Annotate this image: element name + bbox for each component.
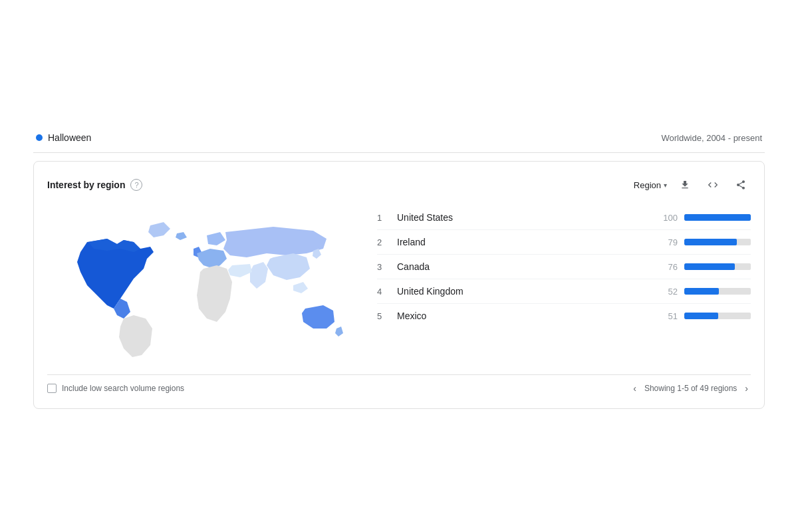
rank-row: 5 Mexico 51 [377,304,751,328]
next-page-button[interactable]: › [742,382,751,395]
africa-shape [197,265,232,322]
rank-number: 1 [377,213,397,223]
rank-bar-fill [684,313,718,319]
card-header-left: Interest by region ? [47,179,142,191]
prev-page-button[interactable]: ‹ [630,382,639,395]
rank-bar-container [684,214,751,221]
download-button[interactable] [675,175,695,195]
card-footer: Include low search volume regions ‹ Show… [47,374,751,395]
pagination: ‹ Showing 1-5 of 49 regions › [630,382,751,395]
card-header: Interest by region ? Region ▾ [47,175,751,195]
rank-bar-container [684,263,751,270]
rank-score: 76 [652,262,678,272]
rank-score: 79 [652,237,678,247]
rank-bar-fill [684,214,751,221]
india-shape [250,262,268,289]
rank-bar-container [684,288,751,295]
china-shape [267,253,310,280]
scandinavia-shape [207,232,225,245]
rank-score: 51 [652,311,678,321]
rank-bar-container [684,239,751,245]
checkbox-text: Include low search volume regions [62,384,184,393]
rank-bar-fill [684,263,735,270]
rank-country-name: United States [397,212,652,223]
rank-number: 4 [377,287,397,297]
rank-row: 4 United Kingdom 52 [377,279,751,304]
greenland-shape [148,222,170,237]
south-america-shape [119,315,152,357]
se-asia-shape [293,282,308,293]
header-scope: Worldwide, 2004 - present [661,133,762,143]
rank-country-name: Ireland [397,237,652,247]
chevron-down-icon: ▾ [664,182,667,189]
pagination-text: Showing 1-5 of 49 regions [644,384,737,393]
new-zealand-shape [335,327,343,336]
rank-bar-container [684,313,751,319]
rankings-list: 1 United States 100 2 Ireland 79 3 Canad… [377,205,751,365]
rank-row: 3 Canada 76 [377,255,751,279]
region-dropdown[interactable]: Region ▾ [634,180,667,190]
rank-score: 52 [652,287,678,297]
header-bar: Halloween Worldwide, 2004 - present [33,123,765,153]
rank-number: 3 [377,262,397,272]
rank-number: 2 [377,237,397,247]
low-volume-checkbox[interactable] [47,384,57,393]
rank-bar-fill [684,288,719,295]
rank-row: 1 United States 100 [377,205,751,230]
card-body: 1 United States 100 2 Ireland 79 3 Canad… [47,205,751,365]
rank-country-name: United Kingdom [397,286,652,297]
region-label: Region [634,180,661,190]
header-left: Halloween [36,132,91,143]
help-icon[interactable]: ? [130,179,142,191]
world-map [47,205,366,365]
card-header-right: Region ▾ [634,175,751,195]
middle-east-shape [228,264,252,277]
iceland-shape [176,232,187,240]
rank-number: 5 [377,311,397,321]
share-button[interactable] [731,175,751,195]
rank-country-name: Canada [397,261,652,272]
interest-by-region-card: Interest by region ? Region ▾ [33,161,765,409]
embed-button[interactable] [703,175,723,195]
rank-score: 100 [652,213,678,223]
card-title: Interest by region [47,180,125,190]
rank-country-name: Mexico [397,311,652,321]
page-container: Halloween Worldwide, 2004 - present Inte… [33,123,765,409]
map-svg [47,205,366,365]
rank-row: 2 Ireland 79 [377,230,751,255]
low-volume-checkbox-label[interactable]: Include low search volume regions [47,384,184,393]
russia-shape [223,227,327,257]
search-term: Halloween [48,132,91,143]
australia-shape [302,305,334,329]
rank-bar-fill [684,239,737,245]
term-dot [36,134,43,141]
